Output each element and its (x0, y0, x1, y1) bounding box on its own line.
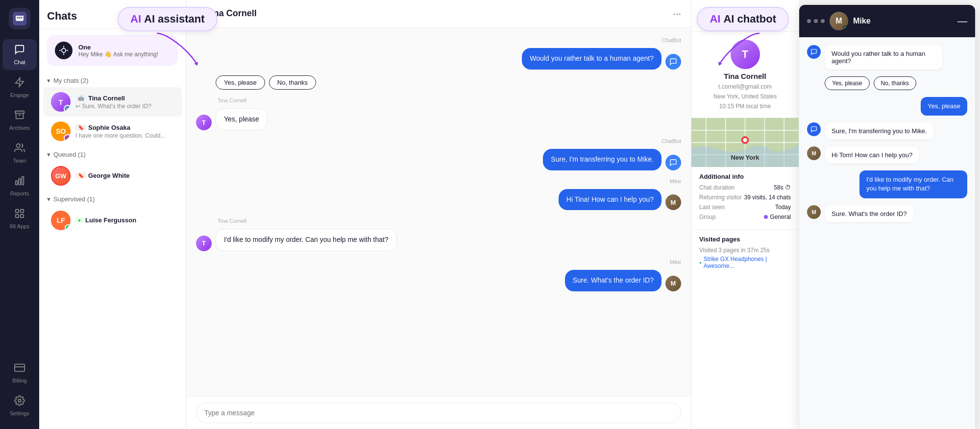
active-chat-name: Tina Cornell (206, 8, 257, 19)
msg-group-4: Mike Hi Tina! How can I help you? M (196, 178, 681, 211)
contact-email: t.cornell@gmail.com (718, 83, 772, 90)
cb-agent-avatar-2: M (807, 205, 821, 219)
contact-profile: T Tina Cornell t.cornell@gmail.com New Y… (691, 32, 799, 118)
luise-avatar: LF (51, 211, 71, 230)
ai-one-bubble[interactable]: One Hey Mike 👋 Ask me anything! (47, 35, 178, 66)
bot-bubble-1: Would you rather talk to a human agent? (522, 48, 662, 70)
chat-item-luise[interactable]: LF ● Luise Fergusson (43, 206, 182, 235)
info-row-last-seen: Last seen Today (699, 204, 791, 211)
cb-bot-bubble-2: Sure, I'm transferring you to Mike. (825, 122, 934, 140)
cb-bot-icon-1 (807, 45, 821, 59)
chat-item-george[interactable]: GW 🔖 George White (43, 161, 182, 191)
sidebar-reports-label: Reports (10, 191, 29, 196)
reports-icon (14, 175, 25, 189)
info-row-returning: Returning visitor 39 visits, 14 chats (699, 194, 791, 201)
george-name: 🔖 George White (75, 172, 174, 179)
chatbot-messages: Would you rather talk to a human agent? … (799, 37, 975, 429)
chat-main: Tina Cornell ··· ChatBot Would you rathe… (186, 0, 691, 429)
choice-yes-please[interactable]: Yes, please (216, 75, 265, 90)
ai-one-name: One (78, 44, 158, 51)
svg-point-21 (706, 12, 709, 15)
tina-name: 🤖 Tina Cornell (75, 95, 174, 102)
dot-3 (821, 19, 825, 23)
section-supervised[interactable]: ▾ Supervised (1) (39, 191, 186, 206)
sidebar-item-settings[interactable]: Settings (2, 390, 37, 421)
cb-bot-icon-2 (807, 122, 821, 136)
contact-map: New York (691, 118, 799, 167)
svg-rect-12 (16, 214, 19, 217)
contact-panel: T Tina Cornell t.cornell@gmail.com New Y… (691, 0, 799, 429)
additional-info-title: Additional info (699, 173, 791, 180)
main-content: AI AI assistant Chats (39, 0, 980, 429)
user-bubble-1: Yes, please (216, 108, 268, 131)
sidebar-team-label: Team (13, 158, 26, 164)
sidebar-item-billing[interactable]: Billing (2, 358, 37, 388)
sidebar-item-apps[interactable]: 86 Apps (2, 203, 37, 234)
chat-item-sophie[interactable]: SO 🔖 🔖 Sophie Osaka I have one more ques… (43, 117, 182, 146)
ai-bubble-content: One Hey Mike 👋 Ask me anything! (78, 44, 158, 58)
chat-more-button[interactable]: ··· (673, 8, 681, 19)
sidebar-item-engage[interactable]: Engage (2, 72, 37, 103)
svg-rect-11 (21, 210, 24, 213)
sidebar-item-chat[interactable]: Chat (2, 39, 37, 70)
user-msg-row-1: T Yes, please (196, 108, 681, 131)
info-row-group: Group General (699, 214, 791, 220)
section-my-chats-label: My chats (2) (53, 77, 89, 84)
svg-rect-5 (15, 111, 24, 114)
team-icon (14, 143, 25, 156)
cb-msg-3: Sure, I'm transferring you to Mike. (807, 122, 967, 140)
msg-label-chatbot-2: ChatBot (196, 138, 681, 144)
msg-label-mike-2: Mike (196, 259, 681, 265)
archives-icon (14, 110, 25, 123)
online-dot (196, 11, 201, 16)
svg-point-3 (21, 17, 23, 19)
msg-group-6: Mike Sure. What's the order ID? M (196, 259, 681, 291)
svg-point-20 (62, 48, 66, 52)
chatbot-header: M Mike — (799, 5, 975, 37)
sophie-preview: I have one more question. Could... (75, 132, 174, 139)
cb-agent-bubble-2: Sure. What's the order ID? (825, 205, 914, 222)
george-avatar: GW (51, 166, 71, 186)
msg-label-tina-2: Tina Cornell (218, 218, 681, 224)
bot-msg-row-2: Sure, I'm transferring you to Mike. (196, 149, 681, 170)
contact-tab-profile[interactable] (699, 8, 715, 24)
bot-avatar-2 (665, 155, 681, 170)
header-dots (807, 19, 825, 23)
svg-point-15 (18, 399, 21, 402)
sidebar-item-reports[interactable]: Reports (2, 170, 37, 201)
contact-additional-info: Additional info Chat duration 58s ⏱ Retu… (691, 167, 799, 230)
sidebar-item-archives[interactable]: Archives (2, 105, 37, 136)
chat-icon (14, 44, 25, 57)
contact-name: Tina Cornell (724, 72, 766, 80)
chat-title-group: Tina Cornell (196, 8, 257, 19)
sidebar-apps-label: 86 Apps (10, 223, 29, 229)
msg-label-tina-1: Tina Cornell (218, 97, 681, 103)
user-msg-row-2: T I'd like to modify my order. Can you h… (196, 229, 681, 251)
section-my-chats[interactable]: ▾ My chats (2) (39, 72, 186, 87)
chat-item-tina[interactable]: T 🤖 🤖 Tina Cornell ↩ Sure. What's the or… (43, 87, 182, 117)
cb-msg-1: Would you rather talk to a human agent? (807, 45, 967, 70)
svg-point-33 (743, 138, 747, 142)
chatbot-close-button[interactable]: — (957, 16, 967, 27)
visited-page-link[interactable]: ● Strike GX Headphones | Awesome... (699, 256, 791, 269)
cb-choice-yes[interactable]: Yes, please (825, 76, 870, 90)
chat-list-title: Chats (47, 10, 77, 23)
mike-avatar-1: M (665, 194, 681, 210)
chat-input-area (186, 396, 691, 429)
sidebar-bottom: Billing Settings (2, 358, 37, 421)
choice-no-thanks[interactable]: No, thanks (269, 75, 316, 90)
sidebar: Chat Engage Archives (0, 0, 39, 429)
contact-avatar: T (731, 40, 760, 69)
luise-name: ● Luise Fergusson (75, 216, 174, 224)
ai-one-preview: Hey Mike 👋 Ask me anything! (78, 51, 158, 58)
filter-button[interactable] (168, 10, 178, 23)
visited-pages-summary: Visited 3 pages in 37m 25s (699, 247, 791, 254)
sidebar-item-team[interactable]: Team (2, 138, 37, 168)
sidebar-archives-label: Archives (9, 125, 30, 131)
message-input[interactable] (196, 403, 681, 423)
agent-msg-row-1: Hi Tina! How can I help you? M (196, 189, 681, 211)
section-queued[interactable]: ▾ Queued (1) (39, 146, 186, 161)
cb-bot-bubble-1: Would you rather talk to a human agent? (825, 45, 942, 70)
user-avatar-2: T (196, 236, 212, 251)
cb-choice-no[interactable]: No, thanks (874, 76, 916, 90)
